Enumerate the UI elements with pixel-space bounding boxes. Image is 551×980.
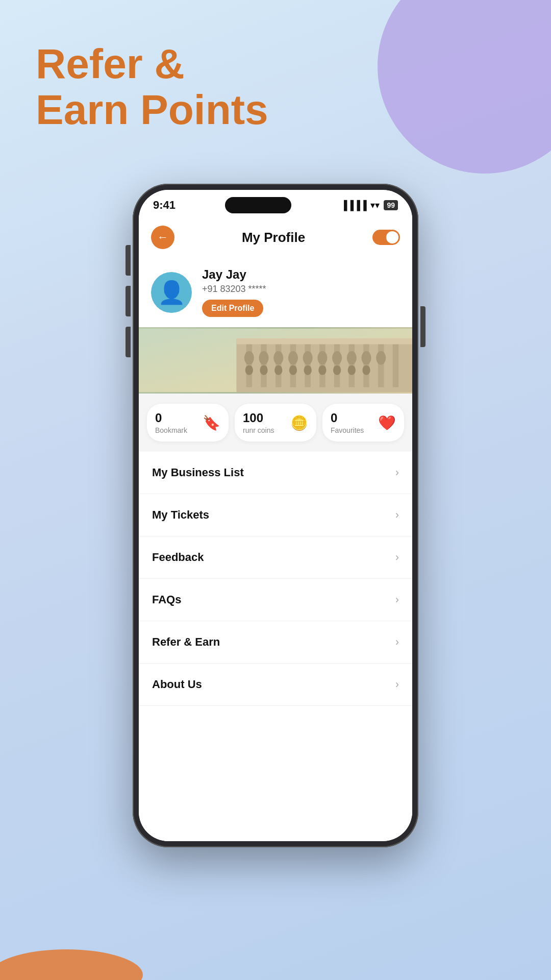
bookmark-label: Bookmark (155, 426, 187, 434)
bg-blob-purple (378, 0, 551, 174)
svg-rect-2 (246, 344, 252, 387)
menu-label-feedback: Feedback (152, 551, 204, 564)
favourites-count: 0 (331, 411, 364, 425)
svg-rect-7 (319, 344, 325, 387)
svg-point-22 (376, 351, 386, 365)
chevron-right-icon: › (395, 508, 399, 522)
svg-point-31 (348, 365, 356, 375)
battery-indicator: 99 (384, 200, 398, 210)
headline-line2: Earn Points (36, 87, 268, 133)
svg-point-29 (318, 365, 326, 375)
back-arrow-icon: ← (157, 231, 168, 244)
menu-label-about-us: About Us (152, 678, 202, 691)
svg-point-24 (245, 365, 253, 375)
promo-headline: Refer & Earn Points (36, 41, 268, 133)
profile-toggle[interactable] (372, 230, 400, 245)
status-icons: ▐▐▐▐ ▾▾ 99 (340, 200, 398, 211)
svg-point-30 (333, 365, 341, 375)
profile-section: 👤 Jay Jay +91 83203 ***** Edit Profile (139, 257, 412, 327)
status-time: 9:41 (153, 199, 176, 212)
menu-item-refer-earn[interactable]: Refer & Earn › (139, 621, 412, 664)
svg-point-28 (304, 365, 312, 375)
svg-rect-4 (276, 344, 281, 387)
svg-point-32 (362, 365, 370, 375)
chevron-right-icon: › (395, 551, 399, 564)
menu-item-feedback[interactable]: Feedback › (139, 536, 412, 579)
menu-list: My Business List › My Tickets › Feedback… (139, 452, 412, 841)
favourites-icon: ❤️ (378, 414, 396, 431)
svg-rect-8 (334, 344, 340, 387)
chevron-right-icon: › (395, 593, 399, 606)
svg-point-18 (317, 351, 327, 365)
dynamic-island (225, 197, 291, 213)
svg-rect-23 (236, 338, 412, 344)
building-banner (139, 327, 412, 394)
svg-point-27 (289, 365, 297, 375)
svg-point-25 (260, 365, 267, 375)
avatar: 👤 (151, 272, 192, 313)
svg-point-17 (303, 351, 313, 365)
signal-icon: ▐▐▐▐ (340, 200, 366, 211)
svg-rect-5 (290, 344, 296, 387)
stat-bookmark-info: 0 Bookmark (155, 411, 187, 434)
headline-line1: Refer & (36, 41, 268, 87)
avatar-icon: 👤 (158, 279, 186, 306)
phone-mockup: 9:41 ▐▐▐▐ ▾▾ 99 ← My Profile (133, 184, 418, 888)
stats-row: 0 Bookmark 🔖 100 runr coins 🪙 0 Favour (139, 394, 412, 452)
edit-profile-button[interactable]: Edit Profile (202, 300, 263, 317)
menu-label-my-tickets: My Tickets (152, 508, 209, 522)
profile-info: Jay Jay +91 83203 ***** Edit Profile (202, 267, 266, 317)
svg-point-20 (347, 351, 357, 365)
page-title: My Profile (242, 230, 305, 246)
svg-point-26 (274, 365, 282, 375)
svg-rect-11 (378, 344, 384, 387)
profile-name: Jay Jay (202, 267, 266, 282)
svg-rect-12 (393, 344, 398, 387)
svg-point-16 (288, 351, 298, 365)
stat-favourites-info: 0 Favourites (331, 411, 364, 434)
svg-rect-6 (305, 344, 310, 387)
phone-frame: 9:41 ▐▐▐▐ ▾▾ 99 ← My Profile (133, 184, 418, 847)
coins-label: runr coins (243, 426, 274, 434)
bg-blob-orange (0, 949, 143, 980)
bookmark-count: 0 (155, 411, 187, 425)
stat-favourites[interactable]: 0 Favourites ❤️ (322, 404, 404, 442)
stat-coins-info: 100 runr coins (243, 411, 274, 434)
menu-item-faqs[interactable]: FAQs › (139, 579, 412, 621)
phone-screen: 9:41 ▐▐▐▐ ▾▾ 99 ← My Profile (139, 190, 412, 841)
favourites-label: Favourites (331, 426, 364, 434)
bookmark-icon: 🔖 (203, 414, 220, 431)
menu-item-about-us[interactable]: About Us › (139, 664, 412, 706)
menu-item-my-business-list[interactable]: My Business List › (139, 452, 412, 494)
svg-point-14 (259, 351, 268, 365)
stat-bookmark[interactable]: 0 Bookmark 🔖 (147, 404, 229, 442)
wifi-icon: ▾▾ (370, 200, 380, 211)
coins-count: 100 (243, 411, 274, 425)
back-button[interactable]: ← (151, 226, 174, 249)
chevron-right-icon: › (395, 635, 399, 649)
menu-item-my-tickets[interactable]: My Tickets › (139, 494, 412, 536)
toggle-knob (386, 231, 398, 243)
svg-rect-9 (349, 344, 355, 387)
svg-point-15 (273, 351, 283, 365)
svg-point-21 (361, 351, 371, 365)
svg-point-19 (332, 351, 342, 365)
coins-icon: 🪙 (290, 414, 308, 431)
menu-label-my-business-list: My Business List (152, 466, 244, 479)
profile-phone: +91 83203 ***** (202, 284, 266, 295)
menu-label-faqs: FAQs (152, 593, 181, 606)
status-bar: 9:41 ▐▐▐▐ ▾▾ 99 (139, 190, 412, 217)
svg-point-13 (244, 351, 254, 365)
chevron-right-icon: › (395, 466, 399, 479)
chevron-right-icon: › (395, 678, 399, 691)
app-header: ← My Profile (139, 217, 412, 257)
svg-rect-10 (363, 344, 369, 387)
building-illustration (139, 327, 412, 394)
stat-coins[interactable]: 100 runr coins 🪙 (235, 404, 316, 442)
menu-label-refer-earn: Refer & Earn (152, 635, 220, 649)
svg-rect-3 (261, 344, 266, 387)
